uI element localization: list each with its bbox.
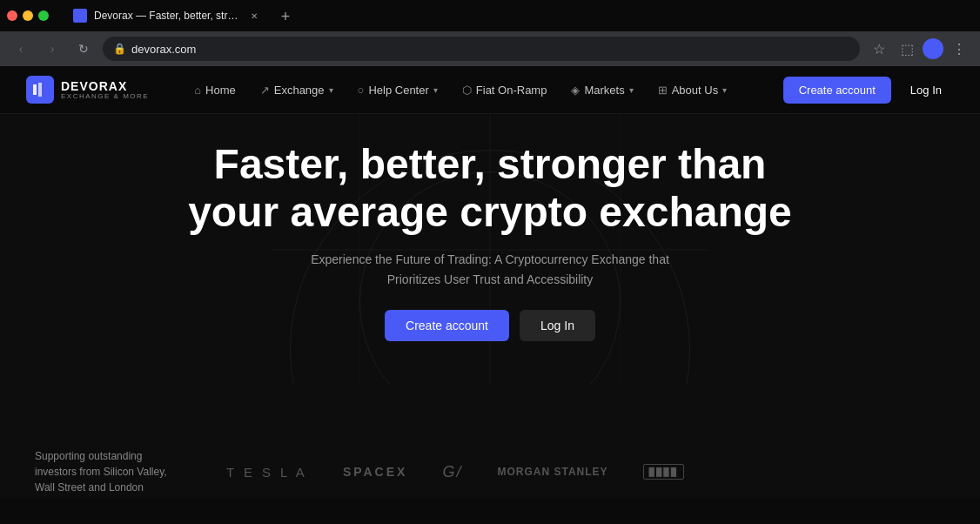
markets-chevron-icon: ▾ bbox=[629, 85, 634, 95]
morgan-stanley-logo: Morgan Stanley bbox=[497, 466, 607, 478]
tesla-logo: T E S L A bbox=[226, 465, 308, 480]
maximize-button[interactable] bbox=[38, 10, 49, 21]
website-content: DEVORAX EXCHANGE & MORE ⌂ Home ↗ Exchang… bbox=[0, 66, 980, 498]
menu-icon[interactable]: ⋮ bbox=[947, 37, 971, 61]
secure-icon: 🔒 bbox=[113, 43, 126, 55]
help-chevron-icon: ▾ bbox=[433, 85, 438, 95]
navbar: DEVORAX EXCHANGE & MORE ⌂ Home ↗ Exchang… bbox=[0, 66, 980, 114]
minimize-button[interactable] bbox=[23, 10, 33, 21]
nav-home[interactable]: ⌂ Home bbox=[184, 78, 246, 102]
goldman-logo: G/ bbox=[442, 463, 462, 481]
home-icon: ⌂ bbox=[194, 84, 201, 97]
tab-close-icon[interactable]: ✕ bbox=[247, 9, 261, 23]
logo[interactable]: DEVORAX EXCHANGE & MORE bbox=[26, 76, 149, 104]
other-logo: ████ bbox=[643, 464, 685, 480]
window-controls bbox=[7, 10, 49, 21]
bookmark-icon[interactable]: ☆ bbox=[867, 37, 891, 61]
active-tab[interactable]: Devorax — Faster, better, stron... ✕ bbox=[63, 3, 272, 29]
investor-logos: T E S L A SPACEX G/ Morgan Stanley ████ bbox=[226, 463, 945, 481]
tab-bar: Devorax — Faster, better, stron... ✕ + bbox=[56, 3, 305, 29]
browser-toolbar: ‹ › ↻ 🔒 devorax.com ☆ ⬚ ⋮ bbox=[0, 31, 980, 66]
new-tab-button[interactable]: + bbox=[273, 4, 298, 29]
hero-subtitle: Experience the Future of Trading: A Cryp… bbox=[307, 250, 673, 289]
tab-favicon bbox=[73, 9, 87, 23]
nav-help[interactable]: ○ Help Center ▾ bbox=[347, 78, 448, 102]
forward-button[interactable]: › bbox=[40, 37, 64, 61]
nav-markets[interactable]: ◈ Markets ▾ bbox=[560, 78, 643, 102]
toolbar-icons: ☆ ⬚ ⋮ bbox=[867, 37, 971, 61]
svg-rect-1 bbox=[38, 83, 42, 97]
about-chevron-icon: ▾ bbox=[722, 85, 727, 95]
url-text: devorax.com bbox=[131, 43, 196, 56]
logo-icon bbox=[26, 76, 54, 104]
nav-about[interactable]: ⊞ About Us ▾ bbox=[648, 78, 737, 102]
fiat-icon: ⬡ bbox=[462, 84, 472, 97]
hero-buttons: Create account Log In bbox=[385, 310, 595, 341]
nav-fiat[interactable]: ⬡ Fiat On-Ramp bbox=[452, 78, 558, 102]
nav-help-label: Help Center bbox=[368, 84, 428, 97]
create-account-button[interactable]: Create account bbox=[783, 77, 891, 104]
close-button[interactable] bbox=[7, 10, 17, 21]
nav-links: ⌂ Home ↗ Exchange ▾ ○ Help Center ▾ ⬡ Fi… bbox=[184, 78, 782, 102]
screen-icon[interactable]: ⬚ bbox=[895, 37, 919, 61]
markets-icon: ◈ bbox=[571, 84, 580, 97]
reload-button[interactable]: ↻ bbox=[71, 37, 96, 61]
hero-section: Faster, better, stronger than your avera… bbox=[0, 114, 980, 385]
login-button[interactable]: Log In bbox=[898, 77, 954, 104]
tab-title: Devorax — Faster, better, stron... bbox=[94, 10, 240, 22]
nav-fiat-label: Fiat On-Ramp bbox=[476, 84, 547, 97]
logo-name: DEVORAX bbox=[61, 80, 149, 92]
about-icon: ⊞ bbox=[658, 84, 668, 97]
spacex-logo: SPACEX bbox=[343, 465, 408, 479]
nav-about-label: About Us bbox=[672, 84, 718, 97]
nav-actions: Create account Log In bbox=[783, 77, 954, 104]
exchange-chevron-icon: ▾ bbox=[329, 85, 333, 95]
logo-text: DEVORAX EXCHANGE & MORE bbox=[61, 80, 149, 100]
investors-section: Supporting outstanding investors from Si… bbox=[0, 446, 980, 498]
nav-exchange-label: Exchange bbox=[274, 84, 325, 97]
address-bar[interactable]: 🔒 devorax.com bbox=[103, 37, 860, 61]
investor-text: Supporting outstanding investors from Si… bbox=[35, 448, 174, 495]
hero-title: Faster, better, stronger than your avera… bbox=[185, 140, 795, 236]
logo-sub: EXCHANGE & MORE bbox=[61, 92, 149, 100]
nav-exchange[interactable]: ↗ Exchange ▾ bbox=[250, 78, 344, 102]
hero-create-button[interactable]: Create account bbox=[385, 310, 509, 341]
nav-markets-label: Markets bbox=[584, 84, 624, 97]
svg-rect-0 bbox=[33, 84, 37, 95]
nav-home-label: Home bbox=[205, 84, 236, 97]
back-button[interactable]: ‹ bbox=[9, 37, 33, 61]
browser-chrome: Devorax — Faster, better, stron... ✕ + ‹… bbox=[0, 0, 980, 66]
exchange-icon: ↗ bbox=[260, 84, 270, 97]
profile-avatar[interactable] bbox=[923, 38, 943, 59]
browser-titlebar: Devorax — Faster, better, stron... ✕ + bbox=[0, 0, 980, 31]
help-icon: ○ bbox=[358, 84, 365, 97]
hero-login-button[interactable]: Log In bbox=[520, 310, 595, 341]
